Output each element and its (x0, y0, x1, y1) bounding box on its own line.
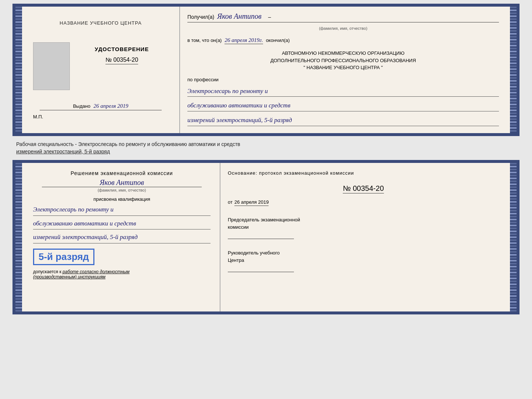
bottom-left-panel: Решением экаменационной комиссии Яков Ан… (22, 163, 220, 311)
protocol-number: № 00354-20 (343, 184, 384, 193)
cert-label: УДОСТОВЕРЕНИЕ (95, 46, 149, 52)
qualification-label: присвоена квалификация (33, 196, 211, 202)
top-document: НАЗВАНИЕ УЧЕБНОГО ЦЕНТРА УДОСТОВЕРЕНИЕ №… (12, 4, 520, 136)
profession-3: измерений электростанций, 5-й разряд (187, 115, 499, 126)
left-bottom: Выдано 26 апреля 2019 М.П. (33, 103, 168, 120)
допускается-line: допускается к работе согласно должностны… (33, 269, 211, 279)
qual-3: измерений электростанций, 5-й разряд (33, 232, 211, 243)
bottom-right-panel: Основание: протокол экзаменационной коми… (220, 163, 510, 311)
head-block: Руководитель учебного Центра (228, 249, 499, 272)
chair-label: Председатель экзаменационной (228, 216, 499, 224)
name-block: Яков Антипов (фамилия, имя, отчество) (33, 178, 211, 192)
issued-line: Выдано 26 апреля 2019 (40, 103, 161, 110)
top-left-panel: НАЗВАНИЕ УЧЕБНОГО ЦЕНТРА УДОСТОВЕРЕНИЕ №… (22, 7, 180, 133)
head-label2: Центра (228, 257, 499, 264)
top-right-panel: Получил(а) Яков Антипов – (фамилия, имя,… (180, 7, 510, 133)
issued-label: Выдано (73, 103, 90, 109)
org-block-2: ДОПОЛНИТЕЛЬНОГО ПРОФЕССИОНАЛЬНОГО ОБРАЗО… (187, 57, 499, 64)
between-line-1: Рабочая специальность - Электрослесарь п… (16, 141, 520, 148)
issued-date: 26 апреля 2019 (94, 103, 129, 109)
mp-label: М.П. (33, 114, 43, 120)
between-line-2: измерений электростанций, 5-й разряд (16, 148, 520, 156)
recipient-subtitle: (фамилия, имя, отчество) (187, 26, 499, 31)
rank-badge: 5-й разряд (33, 249, 94, 265)
date-prefix: в том, что он(а) (187, 38, 222, 43)
cert-number: № 00354-20 (105, 57, 138, 64)
date-suffix: окончил(а) (266, 38, 290, 43)
commission-title: Решением экаменационной комиссии (33, 170, 211, 176)
from-date-line: от 26 апреля 2019 (228, 199, 499, 206)
date-line: в том, что он(а) 26 апреля 2019г. окончи… (187, 37, 499, 44)
profession-2: обслуживанию автоматики и средств (187, 100, 499, 111)
between-text: Рабочая специальность - Электрослесарь п… (12, 139, 520, 157)
instr-text: (производственным) инструкциям (33, 274, 105, 279)
qual-1: Электрослесарь по ремонту и (33, 204, 211, 216)
recipient-prefix: Получил(а) (187, 14, 214, 20)
document-wrapper: НАЗВАНИЕ УЧЕБНОГО ЦЕНТРА УДОСТОВЕРЕНИЕ №… (12, 4, 520, 314)
bottom-document: Решением экаменационной комиссии Яков Ан… (12, 160, 520, 314)
date-value: 26 апреля 2019г. (224, 37, 263, 44)
chair-sig-line (228, 232, 294, 239)
protocol-number-block: № 00354-20 (228, 184, 499, 193)
from-label: от (228, 199, 233, 205)
bottom-person-subtitle: (фамилия, имя, отчество) (98, 188, 146, 192)
recipient-line: Получил(а) Яков Антипов – (187, 12, 499, 22)
recipient-name: Яков Антипов (217, 12, 262, 21)
photo-placeholder (33, 42, 70, 90)
profession-1: Электрослесарь по ремонту и (187, 86, 499, 97)
basis-title: Основание: протокол экзаменационной коми… (228, 170, 499, 176)
org-block-3: " НАЗВАНИЕ УЧЕБНОГО ЦЕНТРА " (187, 64, 499, 71)
org-block: АВТОНОМНУЮ НЕКОММЕРЧЕСКУЮ ОРГАНИЗАЦИЮ ДО… (187, 50, 499, 71)
chair-label2: комиссии (228, 224, 499, 231)
top-org-name: НАЗВАНИЕ УЧЕБНОГО ЦЕНТРА (60, 20, 141, 26)
head-label: Руководитель учебного (228, 249, 499, 257)
chair-block: Председатель экзаменационной комиссии (228, 216, 499, 239)
bottom-person-name: Яков Антипов (100, 178, 144, 186)
profession-label: по профессии (187, 77, 499, 82)
org-block-1: АВТОНОМНУЮ НЕКОММЕРЧЕСКУЮ ОРГАНИЗАЦИЮ (187, 50, 499, 57)
qual-2: обслуживанию автоматики и средств (33, 218, 211, 230)
work-text: работе согласно должностным (62, 269, 129, 274)
head-sig-line (228, 266, 294, 272)
допускается-label: допускается к (33, 269, 61, 274)
from-date-value: 26 апреля 2019 (234, 199, 269, 206)
